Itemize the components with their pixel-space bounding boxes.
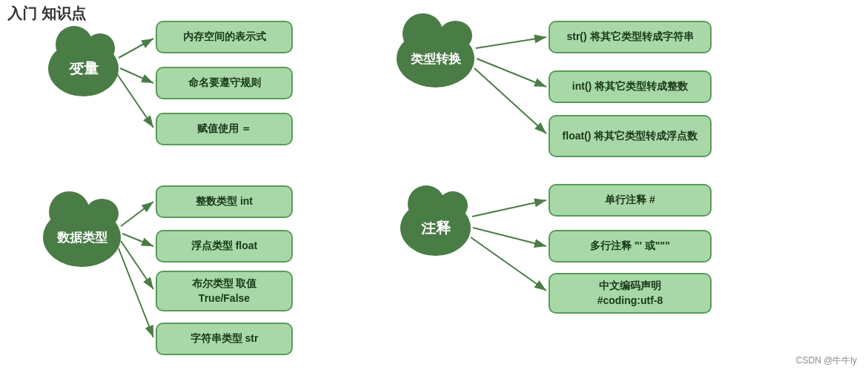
svg-line-10 (474, 68, 546, 133)
node-duoxing: 多行注释 "' 或""" (549, 230, 712, 263)
svg-line-6 (121, 241, 153, 289)
svg-line-2 (120, 68, 153, 83)
node-buer: 布尔类型 取值 True/False (156, 271, 293, 311)
node-neicun: 内存空间的表示式 (156, 21, 293, 53)
svg-line-12 (473, 228, 546, 246)
cloud-bianliang-label: 变量 (69, 59, 99, 79)
svg-line-11 (472, 200, 546, 217)
svg-line-8 (476, 37, 546, 48)
svg-line-1 (119, 39, 153, 58)
node-danxing: 单行注释 # (549, 184, 712, 217)
footer-text: CSDN @牛牛ly (796, 354, 857, 367)
svg-line-5 (122, 234, 153, 246)
node-zhongwen: 中文编码声明 #coding:utf-8 (549, 273, 712, 314)
cloud-zhushi: 注释 (400, 200, 471, 256)
node-fudianl: 浮点类型 float (156, 230, 293, 263)
node-zhengshuleixing: 整数类型 int (156, 185, 293, 218)
cloud-zhushi-label: 注释 (421, 218, 451, 238)
cloud-leixingzhuanhuan: 类型转换 (397, 30, 474, 88)
node-zifuchu: 字符串类型 str (156, 323, 293, 355)
svg-line-13 (471, 237, 546, 291)
node-float: float() 将其它类型转成浮点数 (549, 115, 712, 157)
node-fuzhi: 赋值使用 ＝ (156, 113, 293, 145)
svg-line-9 (477, 59, 546, 87)
svg-line-4 (121, 202, 153, 226)
node-int: int() 将其它类型转成整数 (549, 70, 712, 103)
node-mingming: 命名要遵守规则 (156, 67, 293, 99)
cloud-shujuleixing: 数据类型 (43, 208, 121, 267)
node-str: str() 将其它类型转成字符串 (549, 21, 712, 53)
cloud-shujuleixing-label: 数据类型 (57, 229, 107, 246)
page-title: 入门 知识点 (7, 4, 86, 24)
svg-line-7 (119, 248, 153, 337)
cloud-bianliang: 变量 (48, 41, 119, 96)
svg-line-3 (117, 74, 153, 128)
cloud-leixingzhuanhuan-label: 类型转换 (411, 50, 461, 67)
page-container: 入门 知识点 变量 (0, 0, 868, 373)
